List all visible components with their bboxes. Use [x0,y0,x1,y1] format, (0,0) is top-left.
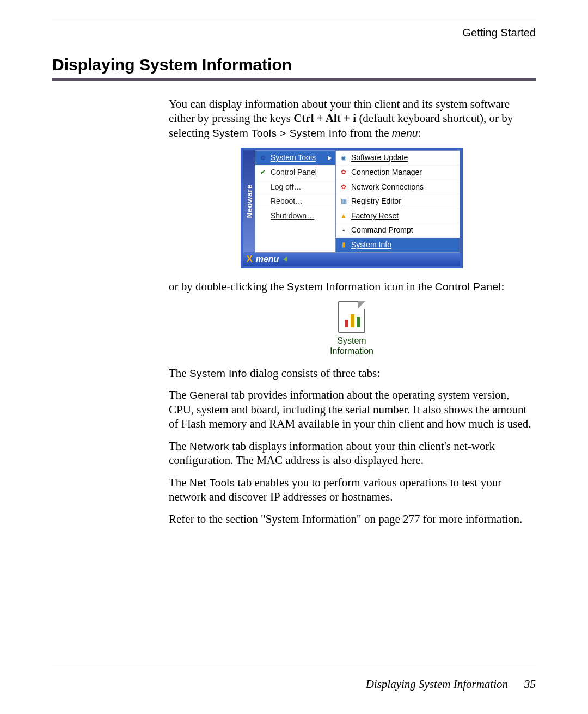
menu-label-factory-reset: Factory Reset [351,211,399,221]
menu-bar: X menu [243,253,460,266]
page-footer: Displaying System Information 35 [366,678,536,691]
menu-label-shut-down: Shut down… [271,211,314,221]
warning-icon: ▲ [339,212,348,221]
key-combo: Ctrl + Alt + i [293,112,356,125]
paragraph-three-tabs: The System Info dialog consists of three… [169,366,535,380]
update-icon: ◉ [339,154,348,162]
menu-label-registry-editor: Registry Editor [351,197,401,206]
menu-item-network-connections[interactable]: ✿ Network Connections [336,180,460,194]
control-panel-icon: ✔ [259,168,267,177]
menu-item-reboot[interactable]: Reboot… [255,194,335,209]
icon-label-line1: System [337,336,366,345]
paragraph-double-click: or by double-clicking the System Informa… [169,279,535,294]
registry-icon: ▥ [339,197,348,206]
intro-paragraph: You can display information about your t… [169,97,535,140]
submenu-arrow-icon: ▶ [328,155,332,162]
start-menu-left: ⚙ System Tools ▶ ✔ Control Panel Log off… [255,150,336,252]
menu-label-network-connections: Network Connections [351,182,424,192]
section-rule [52,78,536,81]
paragraph-reference: Refer to the section "System Information… [169,512,535,526]
menu-word: menu [392,127,418,139]
header-breadcrumb: Getting Started [52,27,536,39]
menu-label-command-prompt: Command Prompt [351,225,413,235]
spacer-icon [259,182,267,191]
paragraph-net-tools-tab: The Net Tools tab enables you to perform… [169,475,535,504]
menu-figure: Neoware ⚙ System Tools ▶ ✔ Control Panel [169,148,535,268]
menu-item-command-prompt[interactable]: ▪ Command Prompt [336,223,460,237]
footer-page-number: 35 [524,678,536,691]
menu-label-connection-manager: Connection Manager [351,168,422,178]
paragraph-general-tab: The General tab provides information abo… [169,388,535,431]
menu-item-control-panel[interactable]: ✔ Control Panel [255,165,335,180]
spacer-icon [259,212,267,221]
menu-item-factory-reset[interactable]: ▲ Factory Reset [336,209,460,223]
system-information-icon[interactable]: System Information [327,301,377,356]
start-menu-right: ◉ Software Update ✿ Connection Manager ✿… [336,150,460,252]
menu-label-control-panel: Control Panel [271,168,317,178]
icon-label-line2: Information [330,346,373,356]
command-prompt-icon: ▪ [339,226,348,235]
menu-item-software-update[interactable]: ◉ Software Update [336,151,460,165]
sysinfo-figure: System Information [169,301,535,356]
footer-rule [52,666,536,666]
menu-path: System Tools > System Info [212,127,347,139]
menu-mock: Neoware ⚙ System Tools ▶ ✔ Control Panel [241,148,463,268]
menu-bar-label: menu [256,254,279,265]
menu-item-connection-manager[interactable]: ✿ Connection Manager [336,165,460,180]
menu-item-system-info[interactable]: ▮ System Info [336,237,460,252]
footer-section: Displaying System Information [366,678,508,691]
menu-label-reboot: Reboot… [271,197,303,206]
intro-text-3: from the [347,126,392,139]
connection-icon: ✿ [339,168,348,177]
menu-item-system-tools[interactable]: ⚙ System Tools ▶ [255,151,335,165]
menu-label-log-off: Log off… [271,182,302,192]
menu-label-software-update: Software Update [351,153,408,163]
menu-item-log-off[interactable]: Log off… [255,180,335,194]
network-icon: ✿ [339,182,348,191]
system-info-icon: ▮ [339,241,348,249]
menu-item-registry-editor[interactable]: ▥ Registry Editor [336,194,460,209]
paragraph-network-tab: The Network tab displays information abo… [169,439,535,468]
x-logo-icon: X [247,254,253,265]
menu-item-shut-down[interactable]: Shut down… [255,209,335,223]
menu-label-system-tools: System Tools [271,153,316,163]
neoware-strip: Neoware [243,150,255,252]
header-rule [52,21,536,21]
gear-icon: ⚙ [259,154,267,162]
menu-bar-arrow-icon [283,257,287,262]
intro-text-4: : [418,126,421,139]
menu-label-system-info: System Info [351,240,391,250]
spacer-icon [259,197,267,206]
section-title: Displaying System Information [52,56,536,74]
